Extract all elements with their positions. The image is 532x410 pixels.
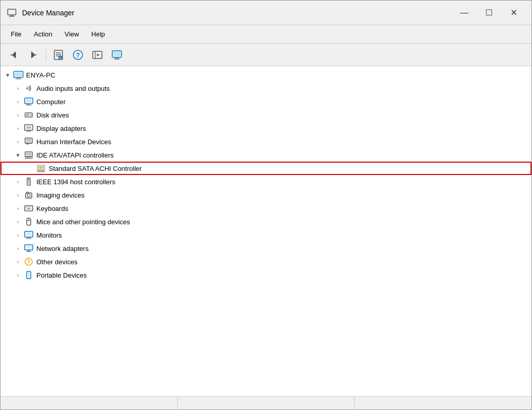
svg-rect-29: [26, 105, 32, 106]
svg-rect-35: [27, 127, 31, 128]
audio-expand[interactable]: ›: [13, 83, 23, 93]
other-label: Other devices: [36, 258, 77, 266]
svg-rect-63: [27, 208, 30, 209]
status-pane-1: [1, 397, 178, 409]
tree-item-audio[interactable]: › Audio inputs and outputs: [1, 82, 531, 95]
monitor-tree-icon: [23, 229, 34, 241]
svg-rect-31: [26, 114, 29, 116]
root-label: ENYA-PC: [26, 71, 55, 79]
svg-rect-0: [8, 9, 16, 15]
close-button[interactable]: ✕: [502, 5, 525, 21]
minimize-button[interactable]: —: [453, 5, 476, 21]
audio-label: Audio inputs and outputs: [36, 85, 110, 92]
tree-item-other[interactable]: › ? Other devices: [1, 255, 531, 268]
mice-expand[interactable]: ›: [13, 217, 23, 227]
menu-file[interactable]: File: [5, 25, 28, 43]
keyboards-label: Keyboards: [36, 205, 68, 212]
svg-rect-70: [26, 239, 32, 239]
svg-rect-2: [9, 16, 15, 17]
tree-item-sata[interactable]: Standard SATA ACHI Controller: [1, 162, 531, 175]
svg-point-55: [27, 194, 30, 197]
tree-item-ide[interactable]: ▼ IDE ATA/ATAPI controllers: [1, 148, 531, 162]
status-bar: [1, 396, 531, 409]
tree-item-portable[interactable]: › Portable Devices: [1, 268, 531, 282]
menu-help[interactable]: Help: [85, 25, 111, 43]
svg-marker-17: [97, 54, 100, 56]
tree-item-ieee[interactable]: › IEEE 1394 host controllers: [1, 175, 531, 188]
svg-rect-74: [26, 251, 31, 252]
status-pane-3: [355, 397, 531, 409]
svg-point-53: [28, 179, 30, 180]
help-button[interactable]: ?: [69, 46, 87, 64]
tree-root[interactable]: ▼ ENYA-PC: [1, 68, 531, 82]
hid-expand[interactable]: ›: [13, 136, 23, 147]
root-expand[interactable]: ▼: [3, 70, 13, 80]
svg-rect-78: [28, 272, 30, 277]
other-expand[interactable]: ›: [13, 257, 23, 267]
tree-item-display[interactable]: › Display adapters: [1, 122, 531, 135]
portable-icon: [23, 269, 34, 281]
menu-action[interactable]: Action: [28, 25, 58, 43]
menu-view[interactable]: View: [58, 25, 85, 43]
svg-rect-52: [28, 180, 29, 184]
device-details-button[interactable]: [88, 46, 107, 64]
monitor-button[interactable]: [108, 46, 126, 64]
keyboards-expand[interactable]: ›: [13, 203, 23, 213]
back-button[interactable]: [5, 46, 23, 64]
computer-icon: [13, 69, 24, 81]
tree-item-mice[interactable]: › Mice and other pointing devices: [1, 215, 531, 228]
ieee-label: IEEE 1394 host controllers: [36, 178, 115, 186]
network-expand[interactable]: ›: [13, 243, 23, 253]
disk-expand[interactable]: ›: [13, 110, 23, 120]
monitors-expand[interactable]: ›: [13, 230, 23, 240]
svg-rect-1: [10, 15, 14, 16]
disk-label: Disk drives: [36, 111, 69, 119]
properties-button[interactable]: ?: [49, 46, 68, 64]
ide-label: IDE ATA/ATAPI controllers: [36, 151, 114, 159]
monitors-label: Monitors: [36, 231, 62, 239]
maximize-button[interactable]: ☐: [477, 5, 501, 21]
ieee-expand[interactable]: ›: [13, 177, 23, 187]
svg-point-32: [30, 114, 32, 116]
tree-item-keyboards[interactable]: › Keyboards: [1, 202, 531, 215]
tree-item-monitors[interactable]: › Monitors: [1, 228, 531, 242]
ieee-icon: [23, 176, 34, 187]
app-icon: [7, 8, 17, 18]
svg-marker-5: [31, 51, 35, 58]
toolbar: ? ?: [1, 44, 531, 66]
other-icon: ?: [23, 256, 34, 267]
tree-item-hid[interactable]: › Human Interface Devices: [1, 135, 531, 148]
status-pane-2: [178, 397, 355, 409]
svg-rect-49: [38, 166, 44, 169]
tree-item-computer[interactable]: › Computer: [1, 95, 531, 108]
svg-rect-72: [26, 246, 32, 249]
device-tree[interactable]: ▼ ENYA-PC ›: [1, 66, 531, 396]
tree-item-network[interactable]: › Network adapters: [1, 242, 531, 255]
hid-label: Human Interface Devices: [36, 138, 111, 146]
svg-rect-73: [27, 250, 30, 251]
ide-icon: [23, 149, 34, 161]
svg-rect-36: [27, 131, 31, 132]
display-label: Display adapters: [36, 125, 86, 132]
tree-item-imaging[interactable]: › Imaging devices: [1, 188, 531, 202]
svg-rect-50: [37, 170, 45, 172]
toolbar-sep-1: [46, 49, 46, 61]
svg-rect-25: [15, 79, 22, 80]
svg-rect-27: [26, 99, 32, 103]
svg-rect-43: [26, 153, 31, 155]
tree-item-disk[interactable]: › Disk drives: [1, 108, 531, 122]
display-expand[interactable]: ›: [13, 123, 23, 133]
keyboard-icon: [23, 203, 34, 214]
svg-rect-20: [115, 58, 119, 59]
title-bar: Device Manager — ☐ ✕: [1, 1, 531, 25]
imaging-expand[interactable]: ›: [13, 190, 23, 200]
imaging-icon: [23, 189, 34, 201]
forward-button[interactable]: [24, 46, 43, 64]
portable-expand[interactable]: ›: [13, 270, 23, 280]
computer-label: Computer: [36, 98, 66, 106]
sata-expand: [25, 163, 35, 173]
computer-expand[interactable]: ›: [13, 96, 23, 107]
ide-expand[interactable]: ▼: [13, 150, 23, 160]
svg-text:?: ?: [76, 51, 79, 58]
svg-text:?: ?: [59, 56, 62, 60]
